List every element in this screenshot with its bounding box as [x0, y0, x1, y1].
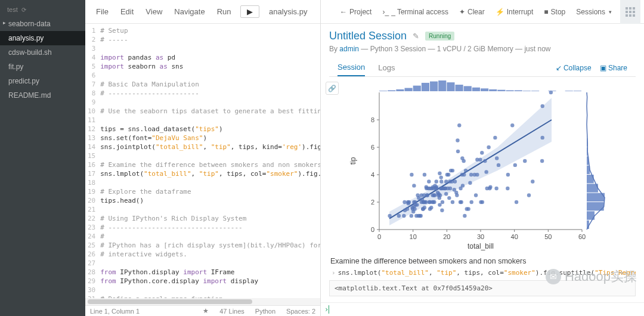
svg-rect-198: [574, 91, 581, 91]
menu-edit[interactable]: Edit: [116, 5, 138, 18]
svg-point-166: [513, 163, 517, 167]
svg-rect-180: [422, 83, 429, 91]
svg-point-159: [493, 136, 497, 140]
editor-hscroll[interactable]: [85, 298, 320, 305]
svg-text:tip: tip: [349, 157, 357, 165]
cursor-pos: Line 1, Column 1: [90, 308, 140, 315]
svg-point-129: [457, 123, 461, 127]
result-text: <matplotlib.text.Text at 0x7f0d51459a20>: [329, 280, 636, 296]
file-predict-py[interactable]: predict.py: [0, 74, 85, 88]
svg-point-99: [438, 172, 441, 175]
chevron-down-icon: ▾: [609, 9, 612, 15]
svg-rect-185: [464, 86, 472, 91]
svg-rect-177: [396, 89, 404, 91]
svg-rect-186: [472, 88, 480, 91]
jointplot-chart: 010203040506002468total_billtip: [343, 80, 624, 253]
permalink-icon[interactable]: 🔗: [326, 82, 339, 95]
project-label: test ⟳: [0, 0, 85, 17]
session-pane: ←Project ›__ Terminal access ✦Clear ⚡Int…: [321, 0, 644, 316]
svg-point-100: [438, 193, 442, 197]
svg-point-74: [427, 179, 431, 183]
stop-icon: ■: [544, 8, 548, 16]
svg-point-102: [439, 175, 443, 179]
file-cdsw-build-sh[interactable]: cdsw-build.sh: [0, 45, 85, 60]
tab-logs[interactable]: Logs: [378, 60, 395, 76]
interrupt-button[interactable]: ⚡Interrupt: [491, 5, 538, 18]
bolt-icon: ⚡: [496, 8, 504, 16]
svg-point-107: [441, 200, 444, 204]
svg-point-173: [541, 104, 544, 108]
menu-view[interactable]: View: [141, 5, 167, 18]
svg-point-105: [440, 209, 444, 212]
session-subtitle: By admin — Python 3 Session — 1 vCPU / 2…: [329, 45, 636, 53]
svg-point-111: [444, 179, 448, 183]
terminal-icon: ›_: [382, 8, 389, 16]
svg-point-164: [506, 173, 510, 176]
svg-rect-182: [438, 80, 446, 91]
svg-point-141: [466, 207, 470, 210]
svg-point-122: [451, 169, 454, 172]
tab-session[interactable]: Session: [338, 59, 365, 76]
star-icon: ★: [203, 307, 209, 315]
svg-point-68: [424, 200, 428, 204]
edit-title-icon[interactable]: ✎: [413, 32, 419, 41]
svg-point-165: [510, 123, 514, 127]
svg-point-127: [456, 138, 459, 142]
svg-rect-188: [489, 89, 497, 91]
project-link[interactable]: ←Project: [335, 5, 376, 18]
svg-rect-175: [379, 91, 387, 91]
menu-run[interactable]: Run: [212, 5, 236, 18]
executed-code: ›sns.lmplot("total_bill", "tip", tips, c…: [329, 268, 636, 278]
open-filename: analysis.py: [262, 7, 314, 16]
user-link[interactable]: admin: [339, 45, 359, 53]
file-sidebar: test ⟳ seaborn-dataanalysis.pycdsw-build…: [0, 0, 85, 316]
file-analysis-py[interactable]: analysis.py: [0, 31, 85, 45]
sessions-dropdown[interactable]: Sessions▾: [571, 5, 617, 18]
svg-point-151: [480, 151, 484, 154]
collapse-button[interactable]: ↙ Collapse: [556, 64, 592, 72]
svg-rect-193: [531, 91, 539, 91]
terminal-access-button[interactable]: ›__ Terminal access: [377, 5, 453, 18]
svg-rect-189: [497, 90, 505, 91]
file-fit-py[interactable]: fit.py: [0, 60, 85, 74]
svg-point-30: [397, 214, 401, 218]
language-mode[interactable]: Python: [255, 308, 275, 315]
svg-point-88: [433, 193, 436, 197]
svg-point-34: [405, 207, 409, 210]
refresh-icon[interactable]: ⟳: [21, 7, 26, 13]
run-button[interactable]: ▶: [240, 5, 259, 18]
svg-point-149: [478, 158, 482, 162]
clear-button[interactable]: ✦Clear: [454, 5, 490, 18]
svg-point-158: [488, 185, 492, 189]
svg-point-45: [412, 184, 416, 187]
svg-point-115: [447, 173, 450, 176]
svg-rect-179: [413, 86, 421, 91]
session-toolbar: ←Project ›__ Terminal access ✦Clear ⚡Int…: [321, 0, 644, 24]
svg-point-139: [464, 169, 467, 172]
menu-navigate[interactable]: Navigate: [169, 5, 209, 18]
stop-button[interactable]: ■Stop: [539, 5, 570, 18]
svg-point-154: [484, 170, 488, 174]
share-button[interactable]: ▣ Share: [600, 64, 627, 72]
svg-text:2: 2: [371, 199, 374, 206]
indent-mode[interactable]: Spaces: 2: [286, 308, 315, 315]
svg-rect-183: [447, 82, 454, 91]
file-README-md[interactable]: README.md: [0, 88, 85, 103]
svg-rect-184: [456, 85, 463, 91]
svg-point-38: [410, 214, 413, 218]
svg-point-142: [468, 181, 472, 185]
svg-point-146: [474, 193, 478, 197]
svg-point-128: [456, 150, 460, 153]
svg-point-162: [497, 163, 500, 167]
svg-point-98: [438, 203, 441, 206]
svg-rect-178: [405, 88, 413, 91]
svg-point-137: [462, 173, 466, 176]
file-seaborn-data[interactable]: seaborn-data: [0, 17, 85, 31]
menu-file[interactable]: File: [91, 5, 113, 18]
svg-point-31: [402, 214, 405, 218]
code-editor[interactable]: 1234567891011121314151617181920212223242…: [85, 24, 320, 298]
status-badge: Running: [425, 32, 454, 41]
grid-apps-icon[interactable]: [620, 0, 640, 24]
svg-point-65: [423, 173, 426, 176]
input-prompt[interactable]: ›: [321, 302, 644, 316]
